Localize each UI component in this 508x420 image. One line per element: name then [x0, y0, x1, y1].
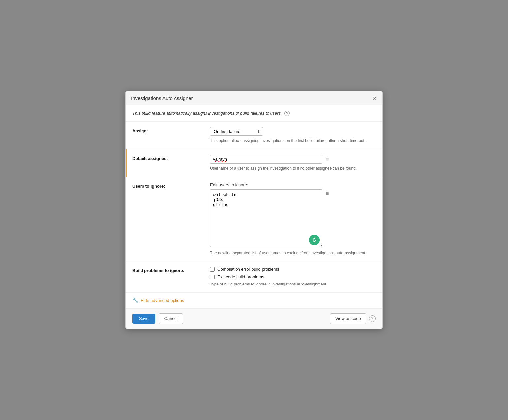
default-assignee-row: Default assignee: ≡ Username of a user t… [126, 149, 382, 177]
users-to-ignore-label: Users to ignore: [132, 182, 205, 189]
footer-help-icon[interactable]: ? [369, 315, 376, 322]
close-button[interactable]: × [372, 95, 377, 101]
checkbox-compilation-label[interactable]: Compilation error build problems [210, 267, 376, 272]
build-problems-description: Type of build problems to ignore in inve… [210, 281, 376, 287]
build-problems-row: Build problems to ignore: Compilation er… [126, 261, 382, 293]
checkbox-exitcode-label[interactable]: Exit code build problems [210, 274, 376, 279]
users-textarea-row: waltwhite j33s gfring G ≡ [210, 189, 376, 248]
view-as-code-button[interactable]: View as code [330, 313, 366, 324]
dialog-title: Investigations Auto Assigner [131, 95, 193, 101]
default-assignee-description: Username of a user to assign the investi… [210, 165, 376, 171]
dialog-header: Investigations Auto Assigner × [126, 91, 382, 105]
build-problems-content: Compilation error build problems Exit co… [210, 267, 376, 287]
assign-select[interactable]: On first failure On each failure Manuall… [210, 127, 263, 136]
hide-advanced-options-link[interactable]: 🔧 Hide advanced options [132, 297, 184, 303]
intro-row: This build feature automatically assigns… [126, 105, 382, 122]
intro-text: This build feature automatically assigns… [132, 111, 282, 116]
footer-left: Save Cancel [132, 313, 183, 324]
advanced-options-row: 🔧 Hide advanced options [126, 293, 382, 308]
build-problems-label: Build problems to ignore: [132, 267, 205, 273]
checkboxes-section: Compilation error build problems Exit co… [210, 267, 376, 279]
footer-right: View as code ? [330, 313, 376, 324]
checkbox-compilation-text: Compilation error build problems [217, 267, 279, 272]
checkbox-exitcode[interactable] [210, 275, 215, 279]
assign-content: On first failure On each failure Manuall… [210, 127, 376, 144]
default-assignee-edit-icon[interactable]: ≡ [325, 156, 329, 163]
checkbox-exitcode-text: Exit code build problems [217, 274, 264, 279]
assign-description: This option allows assigning investigati… [210, 138, 376, 144]
users-to-ignore-edit-icon[interactable]: ≡ [325, 190, 329, 197]
users-to-ignore-description: The newline-separated list of usernames … [210, 250, 376, 256]
checkbox-compilation[interactable] [210, 267, 215, 272]
default-assignee-label: Default assignee: [132, 155, 205, 161]
default-assignee-input[interactable] [210, 155, 322, 164]
grammarly-icon[interactable]: G [309, 235, 320, 245]
users-to-ignore-content: Edit users to ignore: waltwhite j33s gfr… [210, 182, 376, 256]
dialog-footer: Save Cancel View as code ? [126, 308, 382, 329]
intro-help-icon[interactable]: ? [284, 111, 290, 116]
dialog-body: This build feature automatically assigns… [126, 105, 382, 309]
users-to-ignore-textarea[interactable]: waltwhite j33s gfring [210, 189, 322, 247]
hide-advanced-options-label: Hide advanced options [141, 298, 184, 303]
users-to-ignore-row: Users to ignore: Edit users to ignore: w… [126, 177, 382, 261]
assign-select-wrapper: On first failure On each failure Manuall… [210, 127, 263, 136]
textarea-wrapper: waltwhite j33s gfring G [210, 189, 322, 248]
grammarly-icon-wrapper: G [309, 235, 320, 245]
assign-label: Assign: [132, 127, 205, 133]
default-assignee-content: ≡ Username of a user to assign the inves… [210, 155, 376, 171]
save-button[interactable]: Save [132, 314, 155, 324]
assign-row: Assign: On first failure On each failure… [126, 122, 382, 149]
cancel-button[interactable]: Cancel [159, 313, 183, 324]
wrench-icon: 🔧 [132, 297, 139, 303]
users-to-ignore-sublabel: Edit users to ignore: [210, 182, 376, 187]
default-assignee-input-row: ≡ [210, 155, 376, 164]
dialog: Investigations Auto Assigner × This buil… [125, 91, 383, 329]
